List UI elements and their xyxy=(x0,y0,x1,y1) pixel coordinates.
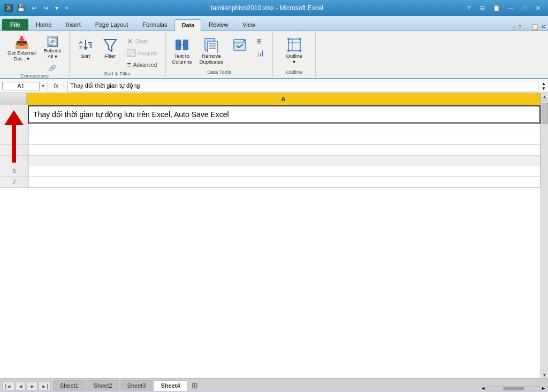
reapply-label: Reapply xyxy=(138,50,158,56)
sheet-tab-sheet1[interactable]: Sheet1 xyxy=(53,380,86,391)
extra-btn[interactable]: ✕ xyxy=(541,24,546,30)
sheet-tab-sheet3[interactable]: Sheet3 xyxy=(120,380,153,391)
row-header-2[interactable]: 2 xyxy=(0,123,28,134)
remove-duplicates-button[interactable]: RemoveDuplicates xyxy=(197,35,226,67)
tab-view[interactable]: View xyxy=(235,19,262,30)
formula-scroll-up[interactable]: ▲ xyxy=(542,81,546,86)
new-sheet-btn[interactable]: ⊞ xyxy=(188,380,201,391)
ribbon-tabs: File Home Insert Page Layout Formulas Da… xyxy=(0,16,548,31)
last-sheet-btn[interactable]: ►| xyxy=(39,382,51,391)
formula-display[interactable]: Thay đổi thời gian tự động xyxy=(67,81,538,91)
scroll-track[interactable] xyxy=(541,101,548,371)
filter-button[interactable]: Filter xyxy=(98,35,122,60)
share-btn[interactable]: 📋 xyxy=(491,3,502,13)
h-scroll-right-btn[interactable]: ► xyxy=(541,386,546,391)
data-validation-button[interactable]: ▾ xyxy=(228,35,252,55)
data-tools-small-buttons: ⊞ 📊 xyxy=(254,35,269,59)
spreadsheet-area: A 1 Thay đổi thời gian tự động lưu trên … xyxy=(0,93,548,378)
remove-duplicates-label: RemoveDuplicates xyxy=(200,53,223,65)
advanced-label: Advanced xyxy=(133,62,157,68)
prev-sheet-btn[interactable]: ◄ xyxy=(16,382,26,391)
get-external-data-label: Get ExternalDat…▾ xyxy=(7,50,36,62)
svg-rect-9 xyxy=(183,40,188,50)
connections-icon: 🔗 xyxy=(49,65,56,72)
tab-formulas[interactable]: Formulas xyxy=(136,19,174,30)
scroll-thumb xyxy=(542,103,548,124)
sheet-nav-buttons: |◄ ◄ ► ►| xyxy=(2,382,53,391)
tab-review[interactable]: Review xyxy=(202,19,235,30)
formula-scroll-down[interactable]: ▼ xyxy=(542,86,546,91)
row-header-6[interactable]: 6 xyxy=(0,166,28,176)
h-scroll-track[interactable] xyxy=(486,386,540,390)
get-external-data-button[interactable]: 📥 Get ExternalDat…▾ xyxy=(5,35,39,64)
advanced-button[interactable]: ≡ Advanced xyxy=(123,59,162,71)
name-box-dropdown[interactable]: ▾ xyxy=(42,83,44,89)
what-if-btn[interactable]: 📊 xyxy=(254,47,269,59)
sort-button[interactable]: A Z Sort xyxy=(74,35,97,60)
ribbon-collapse-btn[interactable]: ? xyxy=(518,24,521,30)
help-btn[interactable]: ? xyxy=(463,3,474,13)
undo-btn[interactable]: ↩ xyxy=(29,3,39,13)
cell-a2[interactable] xyxy=(28,123,540,134)
scroll-up-btn[interactable]: ▲ xyxy=(541,93,548,101)
row-header-5[interactable]: 5 xyxy=(0,155,28,166)
svg-text:Z: Z xyxy=(79,45,82,50)
tab-insert[interactable]: Insert xyxy=(59,19,88,30)
refresh-all-button[interactable]: 🔄 RefreshAll ▾ xyxy=(41,35,64,62)
quick-access-dropdown[interactable]: ▾ xyxy=(53,3,60,13)
filter-label: Filter xyxy=(104,53,116,59)
quick-equals-btn[interactable]: = xyxy=(63,3,71,13)
next-sheet-btn[interactable]: ► xyxy=(27,382,37,391)
h-scroll-controls: ◄ ► xyxy=(481,386,546,391)
refresh-all-label: RefreshAll ▾ xyxy=(43,48,61,60)
cell-a7[interactable] xyxy=(28,176,540,187)
sort-icon: A Z xyxy=(78,37,93,52)
sheet-tab-sheet4[interactable]: Sheet4 xyxy=(154,380,187,391)
formula-scroll-arrows: ▲ ▼ xyxy=(542,81,546,91)
name-box[interactable] xyxy=(2,82,40,90)
outline-label: Outline▾ xyxy=(286,53,302,65)
text-to-columns-button[interactable]: Text toColumns xyxy=(169,35,195,67)
screen-options-btn[interactable]: 📋 xyxy=(531,24,539,30)
cell-a3[interactable] xyxy=(28,134,540,144)
cell-a5[interactable] xyxy=(28,155,540,166)
reapply-button[interactable]: 🔄 Reapply xyxy=(123,47,162,59)
row-header-3[interactable]: 3 xyxy=(0,134,28,144)
what-if-icon: 📊 xyxy=(256,49,264,57)
cell-a4[interactable] xyxy=(28,144,540,155)
cell-a6[interactable] xyxy=(28,166,540,176)
close-btn[interactable]: ✕ xyxy=(533,3,544,13)
svg-rect-21 xyxy=(288,39,300,51)
ribbon-options-btn[interactable]: ⊟ xyxy=(477,3,488,13)
tab-page-layout[interactable]: Page Layout xyxy=(88,19,135,30)
connections-btn[interactable]: 🔗 xyxy=(47,64,58,73)
data-tools-group-label: Data Tools xyxy=(169,69,269,76)
sheet-tab-sheet2[interactable]: Sheet2 xyxy=(87,380,119,391)
row-header-1[interactable]: 1 xyxy=(0,106,28,123)
minimize-btn[interactable]: — xyxy=(505,3,516,13)
col-header-a[interactable]: A xyxy=(27,93,541,105)
tab-file[interactable]: File xyxy=(2,19,28,30)
pin-btn[interactable]: — xyxy=(523,24,529,30)
help-icon[interactable]: ⌂ xyxy=(512,24,516,30)
ribbon-group-data-tools: Text toColumns RemoveDuplicates xyxy=(166,32,273,77)
data-validation-icon: ▾ xyxy=(232,37,247,52)
scroll-down-btn[interactable]: ▼ xyxy=(541,371,548,378)
redo-btn[interactable]: ↪ xyxy=(41,3,51,13)
svg-text:A: A xyxy=(79,40,82,45)
first-sheet-btn[interactable]: |◄ xyxy=(2,382,14,391)
restore-btn[interactable]: □ xyxy=(519,3,530,13)
row-header-4[interactable]: 4 xyxy=(0,144,28,155)
clear-button[interactable]: ✕ Clear xyxy=(123,35,162,47)
h-scroll-left-btn[interactable]: ◄ xyxy=(481,386,485,391)
cell-a1[interactable]: Thay đổi thời gian tự động lưu trên Exce… xyxy=(28,106,540,123)
h-scroll-thumb xyxy=(503,387,524,390)
consolidate-btn[interactable]: ⊞ xyxy=(254,35,269,47)
refresh-all-icon: 🔄 xyxy=(47,37,58,47)
table-row: 3 xyxy=(0,134,540,144)
outline-button[interactable]: Outline▾ xyxy=(283,35,306,67)
quick-save-btn[interactable]: 💾 xyxy=(15,3,27,13)
row-header-7[interactable]: 7 xyxy=(0,176,28,187)
tab-data[interactable]: Data xyxy=(174,19,201,31)
tab-home[interactable]: Home xyxy=(29,19,58,30)
